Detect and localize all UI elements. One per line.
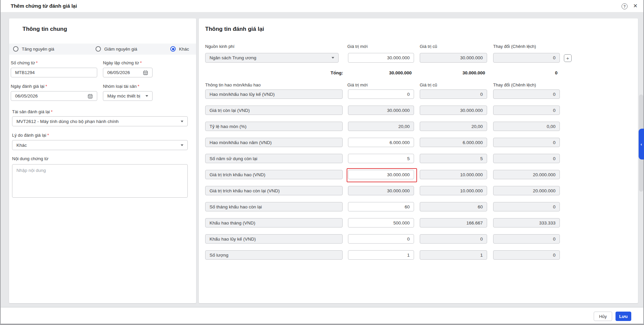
doc-number-label: Số chứng từ* (11, 60, 38, 65)
total-old-value: 30.000.000 (420, 70, 485, 75)
chevron-left-icon: ‹ (641, 142, 642, 147)
radio-other[interactable]: Khác (170, 46, 189, 52)
add-funding-source-button[interactable]: + (564, 54, 572, 62)
funding-change-value: 0 (493, 53, 560, 63)
dep-row-label: Khấu hao lũy kế (VND) (205, 234, 343, 244)
dep-change-value: 0 (493, 202, 560, 211)
reval-date-label: Ngày đánh giá lại* (11, 84, 47, 89)
dep-change-value: 0 (493, 234, 560, 244)
plus-icon: + (566, 56, 569, 61)
radio-icon (13, 46, 18, 52)
window-bottom-edge (0, 324, 644, 325)
collapse-panel-tab[interactable]: ‹ (639, 129, 644, 159)
dep-new-value-input[interactable]: 6.000.000 (348, 138, 414, 147)
note-placeholder: Nhập nội dung (16, 168, 46, 173)
dialog-body: Thông tin chung Tăng nguyên giá Giảm ngu… (1, 12, 643, 308)
chevron-down-icon (181, 144, 183, 146)
new-value-header: Giá trị mới (347, 44, 368, 49)
total-new-value: 30.000.000 (348, 70, 412, 75)
dep-row-label: Tỷ lệ hao mòn (%) (205, 122, 343, 131)
dialog-title: Thêm chứng từ đánh giá lại (11, 0, 77, 12)
dep-old-value: 30.000.000 (420, 106, 487, 115)
dep-old-value: 5 (420, 154, 487, 163)
funding-old-value: 30.000.000 (420, 53, 487, 63)
chevron-down-icon (181, 121, 183, 122)
note-textarea[interactable]: Nhập nội dung (12, 164, 188, 198)
revaluation-info-panel: Thông tin đánh giá lại Nguồn kinh phí Gi… (199, 18, 638, 303)
revaluation-heading: Thông tin đánh giá lại (205, 26, 264, 32)
general-info-panel: Thông tin chung Tăng nguyên giá Giảm ngu… (9, 18, 196, 303)
dep-new-value-input[interactable]: 500.000 (348, 218, 414, 227)
dep-row-label: Hao mòn/khấu hao năm (VND) (205, 138, 343, 147)
dialog-titlebar: Thêm chứng từ đánh giá lại ? ✕ (1, 0, 643, 12)
change-header: Thay đổi (Chênh lệch) (493, 82, 536, 87)
change-header: Thay đổi (Chênh lệch) (493, 44, 536, 49)
dep-row-label: Giá trị còn lại (VND) (205, 106, 343, 115)
radio-icon (170, 46, 176, 52)
reason-label: Lý do đánh giá lại* (12, 133, 49, 138)
calendar-icon[interactable] (143, 70, 148, 75)
dep-old-value: 1 (420, 250, 487, 260)
asset-select[interactable]: MVT2612 - Máy tính dùng cho bộ phạn hành… (12, 116, 188, 126)
dep-row-label: Số năm sử dụng còn lại (205, 154, 343, 163)
close-icon[interactable]: ✕ (633, 3, 638, 9)
doc-date-label: Ngày lập chứng từ* (103, 60, 142, 65)
dep-change-value: 0,00 (493, 122, 560, 131)
radio-increase-cost[interactable]: Tăng nguyên giá (13, 46, 54, 52)
dep-new-value-input[interactable]: 0 (348, 89, 414, 99)
dep-change-value: 0 (493, 106, 560, 115)
help-icon[interactable]: ? (622, 3, 628, 9)
dep-change-value: 0 (493, 89, 560, 99)
dep-row-label: Khấu hao tháng (VND) (205, 218, 343, 227)
asset-group-select[interactable]: Máy móc thiết bị (103, 91, 153, 101)
revaluation-dialog: Thêm chứng từ đánh giá lại ? ✕ Thông tin… (0, 0, 644, 325)
note-label: Nội dung chứng từ (12, 156, 48, 161)
dialog-footer: Hủy Lưu (1, 308, 643, 324)
dep-new-value-input: 30.000.000 (348, 106, 414, 115)
total-change-value: 0 (493, 70, 558, 75)
calendar-icon[interactable] (87, 93, 93, 99)
dep-change-value: 20.000.000 (493, 186, 560, 195)
dep-new-value-input: 20,00 (348, 122, 414, 131)
dep-row-label: Giá trị trích khấu hao còn lại (VND) (205, 186, 343, 195)
total-label: Tổng: (331, 70, 343, 75)
dep-change-value: 0 (493, 154, 560, 163)
dep-old-value: 0 (420, 234, 487, 244)
dep-new-value-input: 30.000.000 (348, 186, 414, 195)
dep-old-value: 6.000.000 (420, 138, 487, 147)
dep-old-value: 60 (420, 202, 487, 211)
save-button[interactable]: Lưu (616, 312, 631, 321)
dep-row-label: Giá trị trích khấu hao (VND) (205, 170, 343, 179)
old-value-header: Giá trị cũ (420, 82, 437, 87)
cancel-button[interactable]: Hủy (594, 312, 612, 321)
dep-new-value-input[interactable]: 0 (348, 234, 414, 244)
dep-new-value-input[interactable]: 30.000.000 (348, 170, 414, 179)
doc-date-input[interactable]: 06/05/2026 (103, 68, 153, 77)
funding-new-value-input[interactable]: 30.000.000 (348, 53, 414, 63)
dep-new-value-input[interactable]: 1 (348, 250, 414, 260)
radio-decrease-cost[interactable]: Giảm nguyên giá (96, 46, 137, 52)
dep-new-value-input[interactable]: 5 (348, 154, 414, 163)
general-info-heading: Thông tin chung (22, 26, 67, 32)
dep-old-value: 0 (420, 89, 487, 99)
asset-group-label: Nhóm loại tài sản* (103, 84, 139, 89)
radio-icon (96, 46, 101, 52)
dep-new-value-input[interactable]: 60 (348, 202, 414, 211)
dep-row-label: Số tháng khấu hao còn lại (205, 202, 343, 211)
dep-change-value: 0 (493, 250, 560, 260)
doc-number-input[interactable]: MTB1294 (11, 68, 97, 77)
dep-old-value: 166.667 (420, 218, 487, 227)
depreciation-header: Thông tin hao mòn/khấu hao (205, 82, 261, 87)
revaluation-type-radio-group: Tăng nguyên giá Giảm nguyên giá Khác (9, 44, 196, 55)
funding-source-header: Nguồn kinh phí (205, 44, 234, 49)
funding-source-select[interactable]: Ngân sách Trung ương (205, 53, 339, 63)
dep-old-value: 10.000.000 (420, 186, 487, 195)
reval-date-input[interactable]: 06/05/2026 (11, 91, 97, 101)
chevron-down-icon (332, 57, 334, 59)
chevron-down-icon (145, 95, 148, 97)
dep-old-value: 20,00 (420, 122, 487, 131)
dep-row-label: Số lượng (205, 250, 343, 260)
reason-select[interactable]: Khác (12, 140, 188, 150)
asset-label: Tài sản đánh giá lại* (12, 109, 53, 114)
dep-row-label: Hao mòn/khấu hao lũy kế (VND) (205, 89, 343, 99)
